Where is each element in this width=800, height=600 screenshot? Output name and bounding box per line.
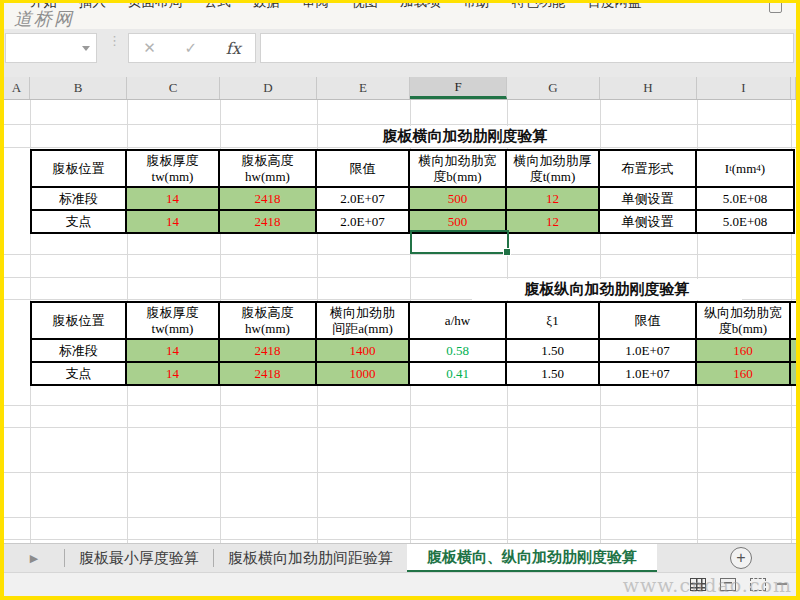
cell[interactable]: 14: [127, 340, 220, 361]
fill-handle[interactable]: [503, 248, 511, 256]
menu-item-addins[interactable]: 加载项: [400, 3, 441, 11]
sheet-tab-stiffness-check-active[interactable]: 腹板横向、纵向加劲肋刚度验算: [407, 544, 657, 572]
gridlines-bottom: [4, 383, 796, 543]
cancel-icon[interactable]: ✕: [143, 39, 156, 57]
table2-title-cell[interactable]: 腹板纵向加劲肋刚度验算: [472, 279, 742, 300]
cell[interactable]: 2418: [220, 340, 317, 361]
header-cell[interactable]: 纵向加劲肋宽 度b(mm): [697, 303, 791, 338]
cell[interactable]: 单侧设置: [600, 188, 697, 209]
menu-item-review[interactable]: 审阅: [302, 3, 329, 11]
header-cell[interactable]: 腹板位置: [32, 303, 127, 338]
column-header-c[interactable]: C: [127, 77, 220, 99]
cell[interactable]: 1000: [317, 363, 410, 384]
header-cell-clipped: [791, 303, 796, 338]
cell[interactable]: 支点: [32, 211, 127, 232]
column-header-e[interactable]: E: [317, 77, 410, 99]
sheet-tab-spacing-check[interactable]: 腹板横向加劲肋间距验算: [214, 544, 407, 572]
header-cell[interactable]: 腹板厚度 tw(mm): [127, 303, 220, 338]
cell[interactable]: 2418: [220, 188, 317, 209]
menu-item-help[interactable]: 帮助: [463, 3, 490, 11]
cell[interactable]: 14: [127, 188, 220, 209]
menu-item-data[interactable]: 数据: [253, 3, 280, 11]
cell[interactable]: 0.58: [410, 340, 507, 361]
cell[interactable]: 2418: [220, 211, 317, 232]
header-cell[interactable]: 限值: [317, 151, 410, 186]
page-layout-view-icon[interactable]: [720, 578, 736, 591]
cell[interactable]: 2.0E+07: [317, 211, 410, 232]
column-header-i[interactable]: I: [697, 77, 791, 99]
menu-item-insert[interactable]: 插入: [79, 3, 106, 11]
header-cell[interactable]: 横向加劲肋 间距a(mm): [317, 303, 410, 338]
zoom-out-icon[interactable]: [777, 583, 787, 585]
header-cell[interactable]: 腹板厚度 tw(mm): [127, 151, 220, 186]
menu-item-formulas[interactable]: 公式: [204, 3, 231, 11]
column-header-b[interactable]: B: [30, 77, 127, 99]
column-header-g[interactable]: G: [507, 77, 600, 99]
name-box-dropdown-icon[interactable]: [82, 46, 90, 51]
menu-item-page-layout[interactable]: 页面布局: [128, 3, 182, 11]
header-cell-it[interactable]: It(mm4): [697, 151, 793, 186]
status-bar: www.cndao.com: [4, 572, 796, 596]
header-cell[interactable]: 腹板位置: [32, 151, 127, 186]
confirm-icon[interactable]: ✓: [185, 39, 198, 57]
cell[interactable]: 2418: [220, 363, 317, 384]
formula-bar: ⋮ ✕ ✓ fx: [4, 29, 796, 77]
screenshot-frame: 开始 插入 页面布局 公式 数据 审阅 视图 加载项 帮助 特色功能 百度网盘 …: [0, 0, 800, 600]
cell-clipped: [791, 340, 796, 361]
header-cell[interactable]: 横向加劲肋宽 度b(mm): [410, 151, 507, 186]
table-transverse-stiffener: 腹板位置 腹板厚度 tw(mm) 腹板高度 hw(mm) 限值 横向加劲肋宽 度…: [30, 149, 795, 234]
cell[interactable]: 0.41: [410, 363, 507, 384]
menu-item-netdisk[interactable]: 百度网盘: [588, 3, 642, 11]
column-header-f-selected[interactable]: F: [410, 77, 507, 99]
cell[interactable]: 标准段: [32, 188, 127, 209]
cell[interactable]: 支点: [32, 363, 127, 384]
header-cell[interactable]: 腹板高度 hw(mm): [220, 303, 317, 338]
sheet-tab-min-thickness[interactable]: 腹板最小厚度验算: [65, 544, 213, 572]
cell[interactable]: 5.0E+08: [697, 211, 793, 232]
cell[interactable]: 12: [507, 211, 600, 232]
cell[interactable]: 5.0E+08: [697, 188, 793, 209]
cell[interactable]: 2.0E+07: [317, 188, 410, 209]
normal-view-icon[interactable]: [690, 578, 706, 591]
table-longitudinal-stiffener: 腹板位置 腹板厚度 tw(mm) 腹板高度 hw(mm) 横向加劲肋 间距a(m…: [30, 301, 796, 386]
menu-item-view[interactable]: 视图: [351, 3, 378, 11]
cell[interactable]: 12: [507, 188, 600, 209]
cell[interactable]: 1.0E+07: [600, 340, 697, 361]
column-header-h[interactable]: H: [600, 77, 697, 99]
formula-bar-drag-handle[interactable]: ⋮: [108, 37, 121, 44]
table2-header-row: 腹板位置 腹板厚度 tw(mm) 腹板高度 hw(mm) 横向加劲肋 间距a(m…: [32, 303, 796, 340]
page-break-view-icon[interactable]: [750, 578, 766, 591]
header-cell[interactable]: ξ1: [507, 303, 600, 338]
cell[interactable]: 1.50: [507, 340, 600, 361]
cell[interactable]: 500: [410, 188, 507, 209]
header-cell[interactable]: 布置形式: [600, 151, 697, 186]
cell[interactable]: 160: [697, 340, 791, 361]
header-cell[interactable]: a/hw: [410, 303, 507, 338]
column-header-row: A B C D E F G H I: [4, 77, 796, 100]
cell[interactable]: 1.0E+07: [600, 363, 697, 384]
column-header-a[interactable]: A: [4, 77, 30, 99]
cell[interactable]: 14: [127, 211, 220, 232]
cell[interactable]: 标准段: [32, 340, 127, 361]
active-cell-selection[interactable]: [410, 230, 509, 254]
fx-icon[interactable]: fx: [226, 39, 241, 58]
sheet-nav-arrow-icon[interactable]: ▶: [4, 544, 64, 572]
add-sheet-button[interactable]: +: [730, 547, 752, 569]
header-cell[interactable]: 限值: [600, 303, 697, 338]
name-box[interactable]: [5, 33, 97, 63]
header-cell[interactable]: 腹板高度 hw(mm): [220, 151, 317, 186]
header-cell[interactable]: 横向加劲肋厚 度t(mm): [507, 151, 600, 186]
menu-item-features[interactable]: 特色功能: [512, 3, 566, 11]
cell[interactable]: 单侧设置: [600, 211, 697, 232]
cell[interactable]: 1.50: [507, 363, 600, 384]
table1-title-cell[interactable]: 腹板横向加劲肋刚度验算: [330, 126, 600, 147]
formula-input[interactable]: [260, 33, 794, 63]
column-header-d[interactable]: D: [220, 77, 317, 99]
cell[interactable]: 14: [127, 363, 220, 384]
cell[interactable]: 160: [697, 363, 791, 384]
watermark-daoqiao: 道桥网: [14, 7, 74, 31]
sheet-grid[interactable]: 腹板横向加劲肋刚度验算 腹板位置 腹板厚度 tw(mm) 腹板高度 hw(mm)…: [4, 100, 796, 543]
cell[interactable]: 500: [410, 211, 507, 232]
cell[interactable]: 1400: [317, 340, 410, 361]
ribbon-collapse-icon[interactable]: [769, 3, 782, 13]
